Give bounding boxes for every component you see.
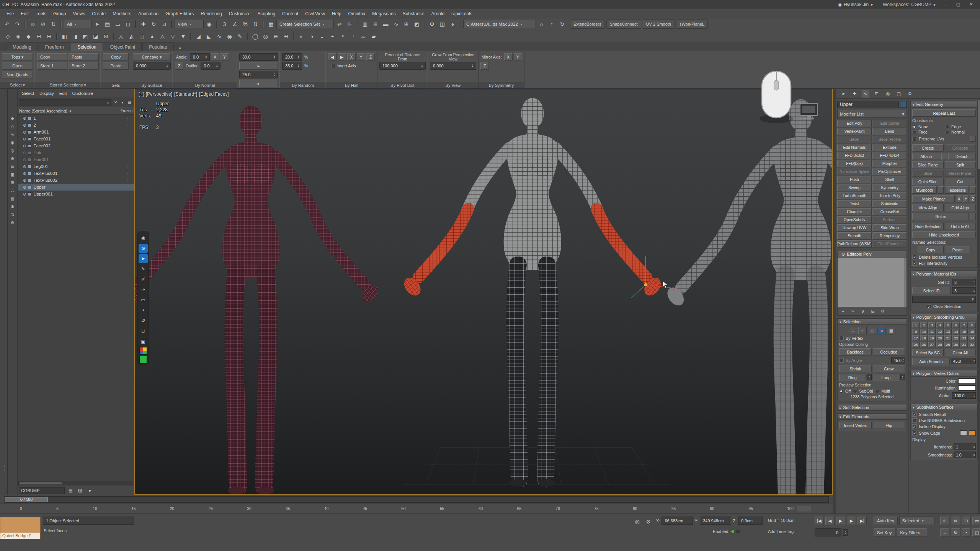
time-slider[interactable]: 0 / 100 <box>0 495 833 504</box>
ribbon-control[interactable]: Outline▴▾ <box>185 62 199 70</box>
frozen-toggle[interactable]: · <box>122 116 132 120</box>
list-item[interactable]: ⊙ Face002 · <box>18 142 134 149</box>
viewport-label-segment[interactable]: [+] <box>139 91 144 97</box>
key-filters-button[interactable]: Key Filters... <box>897 528 927 537</box>
smoothing-group-button[interactable]: 25 <box>912 342 920 347</box>
build-end-icon[interactable]: ⊟ <box>34 31 44 41</box>
edit-geometry-button[interactable]: Paste <box>945 246 971 253</box>
edit-geometry-button[interactable]: Hide Unselected <box>912 231 976 238</box>
refresh-path-icon[interactable]: ↻ <box>557 20 567 29</box>
make-planar-tool-icon[interactable]: ▱ <box>359 31 368 41</box>
auto-smooth-button[interactable]: Auto Smooth <box>912 358 950 365</box>
ribbon-control[interactable]: Non-Quads▴▾ <box>2 71 33 78</box>
align-normal-icon[interactable]: ⊥ <box>348 31 358 41</box>
ribbon-control[interactable]: 20.0▴▾ <box>282 53 302 61</box>
modifier-button[interactable]: Push <box>837 176 872 183</box>
weld-icon[interactable]: ◬ <box>116 31 126 41</box>
list-item[interactable]: ⊙ 1 · <box>18 115 134 122</box>
chamfer-tool-icon[interactable]: ◢ <box>194 31 203 41</box>
frame-spinner[interactable] <box>843 529 848 536</box>
auto-smooth-spinner[interactable]: 45.0▴▾ <box>951 358 976 364</box>
explorer-menu-item[interactable]: Customize <box>70 90 96 96</box>
screenshot-tool-icon[interactable]: ▣ <box>139 337 148 346</box>
modifier-button[interactable]: ProOptimizer <box>872 168 907 175</box>
menu-item[interactable]: Tools <box>32 10 50 17</box>
enabled-status-dot[interactable] <box>731 530 735 533</box>
smoothing-group-button[interactable]: 26 <box>920 342 928 347</box>
ribbon-tab[interactable]: Object Paint <box>104 42 142 51</box>
preserve-uvs-checkbox[interactable]: Preserve UVs <box>912 136 976 142</box>
coordinate-x-field[interactable]: 66.683cm <box>662 517 693 525</box>
ribbon-control[interactable]: Grow From Perspective View▴▾ <box>430 53 476 61</box>
unlink-selection-icon[interactable]: ⊘ <box>38 20 48 29</box>
axis-button[interactable]: Y <box>963 195 969 202</box>
eraser-tool-icon[interactable]: ▭ <box>139 295 148 305</box>
smoothing-group-button[interactable]: 15 <box>960 329 968 334</box>
cage-selected-color-swatch[interactable] <box>969 430 976 436</box>
menu-item[interactable]: Edit <box>17 10 32 17</box>
smoothing-group-button[interactable]: 7 <box>960 322 968 328</box>
zoom-region-icon[interactable]: ▭ <box>972 517 980 525</box>
insert-loop-icon[interactable]: ◈ <box>13 31 23 41</box>
modifier-button[interactable]: Subdivide <box>872 200 907 207</box>
ribbon-control[interactable]: 25.0▴▾ <box>239 71 278 78</box>
vertex-color-swatch[interactable] <box>958 378 976 384</box>
modifier-button[interactable]: Smooth <box>837 232 872 240</box>
polygon-mode-icon[interactable]: ■ <box>877 327 886 334</box>
scene-explorer-icon[interactable]: ▥ <box>360 20 370 29</box>
modifier-button[interactable]: FFD(box) <box>837 160 872 167</box>
ribbon-control[interactable]: 0.000▴▾ <box>133 62 171 70</box>
macro-script-button[interactable]: ExtendBorders <box>570 20 605 29</box>
list-item[interactable]: ⊙ Upper001 · <box>18 191 134 197</box>
edit-geometry-button[interactable]: Copy <box>918 246 944 253</box>
illumination-color-swatch[interactable] <box>958 385 976 391</box>
collapse-panel-icon[interactable]: ▾ <box>85 486 95 495</box>
display-geometry-icon[interactable]: ◇ <box>9 123 16 130</box>
edit-elements-rollout-header[interactable]: Edit Elements <box>837 413 907 420</box>
smoothing-group-button[interactable]: 28 <box>936 342 944 347</box>
ribbon-control[interactable]: 35.0▴▾ <box>282 62 302 70</box>
visibility-eye-icon[interactable]: ⊙ <box>23 165 26 169</box>
select-region-icon[interactable]: ▭ <box>113 20 122 29</box>
ribbon-control[interactable]: Z▴▾ <box>480 62 489 70</box>
shape-tool-icon[interactable]: • <box>139 306 148 315</box>
layer-explorer-icon[interactable]: ≣ <box>371 20 380 29</box>
visibility-eye-icon[interactable]: ⊙ <box>23 144 26 148</box>
user-account-menu[interactable]: ◉ Hyunsuk.Jin ▾ <box>838 2 873 7</box>
ribbon-control[interactable]: ▸▴▾ <box>239 62 278 70</box>
reference-coordinate-dropdown[interactable]: View▾ <box>175 20 204 28</box>
viewport-label-segment[interactable]: [Perspective] <box>146 91 172 97</box>
pivot-tool-icon[interactable]: ⌖ <box>338 31 348 41</box>
target-weld-icon[interactable]: ◭ <box>127 31 136 41</box>
flip-button[interactable]: Flip <box>873 422 905 429</box>
ribbon-control[interactable]: 30.0▴▾ <box>239 53 278 61</box>
grow-button[interactable]: Grow <box>873 365 905 372</box>
list-item[interactable]: ⊙ TextPlus001 · <box>18 170 134 177</box>
select-id-spinner[interactable]: 3▴▾ <box>952 287 976 294</box>
ribbon-control[interactable]: Tops ▾▴▾ <box>2 53 33 61</box>
alpha-spinner[interactable]: 100.0▴▾ <box>952 392 976 399</box>
select-and-rotate-icon[interactable]: ↻ <box>149 20 158 29</box>
modifier-button[interactable]: Shell <box>872 176 907 183</box>
edit-geometry-button[interactable]: Cut <box>945 178 976 185</box>
selection-filter-dropdown[interactable]: All▾ <box>64 20 91 28</box>
edit-geometry-button[interactable]: Detach <box>948 153 976 160</box>
hierarchy-tab-icon[interactable]: ⊞ <box>873 90 880 98</box>
select-loop-icon[interactable]: ◯ <box>250 31 260 41</box>
panel-footer[interactable]: By Random <box>280 82 326 88</box>
ribbon-control[interactable]: Y▴▾ <box>220 53 229 61</box>
ribbon-control[interactable]: Open▴▾ <box>2 62 33 70</box>
cage-color-swatch[interactable] <box>960 430 967 436</box>
panel-footer[interactable]: Stored Selections ▾ <box>35 82 101 88</box>
menu-item[interactable]: Substance <box>399 10 428 17</box>
modifier-button[interactable]: Unwrap UVW <box>837 224 872 231</box>
modifier-button[interactable]: Bend <box>872 128 907 135</box>
set-id-spinner[interactable]: 3▴▾ <box>952 279 976 285</box>
next-frame-icon[interactable]: ▶ <box>847 517 856 525</box>
axis-button[interactable]: Z <box>970 195 976 202</box>
menu-item[interactable]: Graph Editors <box>162 10 197 17</box>
outline-tool-icon[interactable]: ▼ <box>178 31 188 41</box>
full-interactivity-checkbox[interactable]: Full Interactivity <box>912 261 976 266</box>
select-by-sg-button[interactable]: Select By SG <box>912 349 944 356</box>
previous-frame-icon[interactable]: ◀ <box>825 517 835 525</box>
